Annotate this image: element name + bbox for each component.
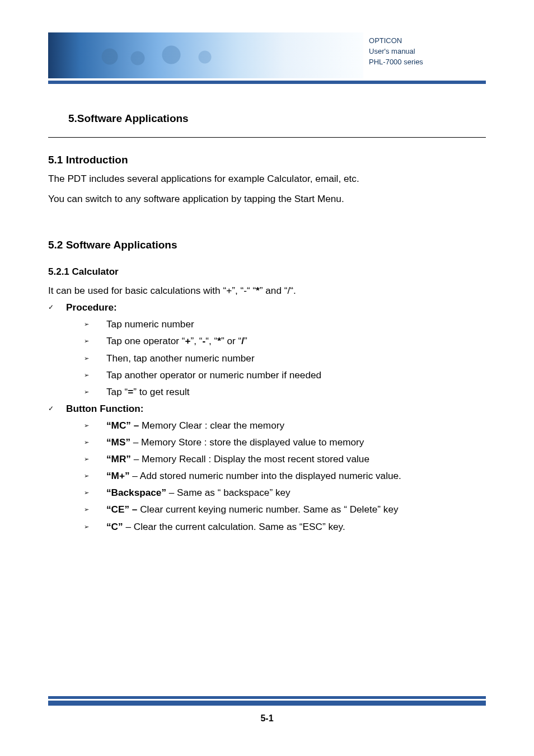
- btn-mc: “MC” – Memory Clear : clear the memory: [84, 417, 486, 434]
- banner-line-3: PHL-7000 series: [369, 57, 486, 68]
- step-4: Tap another operator or numeric number i…: [84, 367, 486, 383]
- step-2: Tap one operator “+”, “-“, “*” or “/”: [84, 332, 486, 349]
- step-1: Tap numeric number: [84, 316, 486, 332]
- header-banner: OPTICON User's manual PHL-7000 series: [48, 32, 486, 78]
- step-3-text: Then, tap another numeric number: [106, 350, 255, 367]
- footer-bars: [48, 696, 486, 706]
- banner-underline: [48, 81, 486, 84]
- btn-ce: “CE” – Clear current keying numeric numb…: [84, 501, 486, 518]
- calc-desc-b: ” and “/“.: [260, 285, 296, 296]
- page-number: 5-1: [0, 713, 534, 724]
- step-4-text: Tap another operator or numeric number i…: [106, 367, 321, 383]
- banner-graphic: [48, 32, 363, 78]
- calc-desc-star: *: [256, 285, 260, 296]
- buttonfn-label-item: Button Function: “MC” – Memory Clear : c…: [48, 400, 486, 535]
- intro-p2: You can switch to any software applicati…: [48, 190, 486, 207]
- footer-bar-bottom: [48, 701, 486, 706]
- btn-mr: “MR” – Memory Recall : Display the most …: [84, 450, 486, 467]
- calc-desc-a: It can be used for basic calculations wi…: [48, 285, 256, 296]
- procedure-block: Procedure: Tap numeric number Tap one op…: [48, 299, 486, 534]
- banner-line-1: OPTICON: [369, 36, 486, 46]
- footer-bar-top: [48, 696, 486, 699]
- procedure-label: Procedure:: [66, 299, 486, 316]
- section-rule: [48, 137, 486, 138]
- intro-heading: 5.1 Introduction: [48, 152, 486, 168]
- btn-mplus: “M+” – Add stored numeric number into th…: [84, 467, 486, 484]
- calc-heading: 5.2.1 Calculator: [48, 265, 486, 279]
- page-content: 5.Software Applications 5.1 Introduction…: [48, 111, 486, 535]
- banner-text-block: OPTICON User's manual PHL-7000 series: [363, 32, 486, 78]
- banner-line-2: User's manual: [369, 46, 486, 57]
- calc-desc: It can be used for basic calculations wi…: [48, 282, 486, 299]
- section-title: 5.Software Applications: [48, 111, 486, 127]
- buttonfn-label: Button Function:: [66, 400, 486, 417]
- procedure-steps: Tap numeric number Tap one operator “+”,…: [84, 316, 486, 400]
- step-5-text: Tap “=” to get result: [106, 383, 190, 400]
- step-1-text: Tap numeric number: [106, 316, 194, 332]
- btn-c: “C” – Clear the current calculation. Sam…: [84, 518, 486, 535]
- apps-heading: 5.2 Software Applications: [48, 237, 486, 253]
- step-5: Tap “=” to get result: [84, 383, 486, 400]
- step-2-text: Tap one operator “+”, “-“, “*” or “/”: [106, 332, 247, 349]
- btn-backspace: “Backspace” – Same as “ backspace” key: [84, 484, 486, 501]
- procedure-label-item: Procedure: Tap numeric number Tap one op…: [48, 299, 486, 400]
- step-3: Then, tap another numeric number: [84, 350, 486, 367]
- btn-ms: “MS” – Memory Store : store the displaye…: [84, 434, 486, 450]
- intro-p1: The PDT includes several applications fo…: [48, 170, 486, 187]
- buttonfn-list: “MC” – Memory Clear : clear the memory “…: [84, 417, 486, 535]
